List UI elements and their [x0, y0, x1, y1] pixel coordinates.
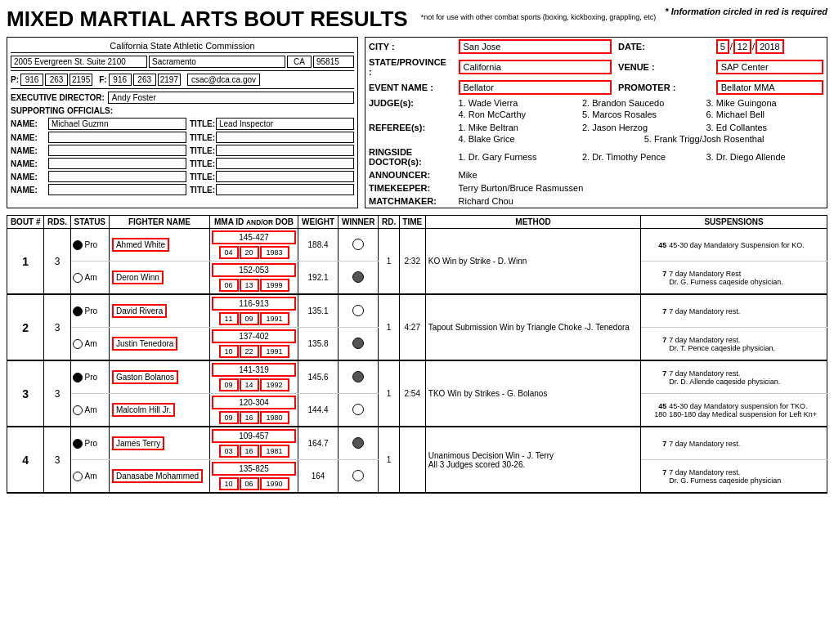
official-name-3 — [48, 158, 186, 169]
col-bout: BOUT # — [7, 216, 44, 229]
fighter-name-cell-2: Danasabe Mohammed — [109, 460, 209, 494]
suspension-bottom: 77 day Mandatory Rest Dr. G. Furness caq… — [641, 262, 827, 295]
dob-day-2: 13 — [240, 279, 259, 292]
mma-id: 109-457 — [212, 429, 296, 443]
status-cell-am: Am — [70, 328, 109, 361]
dob-month-2: 06 — [219, 279, 239, 292]
status-radio-pro — [73, 373, 83, 382]
winner-radio — [352, 239, 364, 250]
fax-prefix: 263 — [133, 74, 156, 86]
suspension-top: 4545-30 day Mandatory Suspension for KO. — [641, 229, 827, 262]
left-panel: California State Athletic Commission 200… — [7, 37, 358, 208]
status-cell-am: Am — [70, 262, 109, 295]
col-mmaid: MMA ID AND/OR DOB — [209, 216, 298, 229]
announcer-value: Mike — [459, 170, 478, 180]
dob-year: 1983 — [260, 246, 289, 259]
status-cell: Pro — [70, 294, 109, 328]
address-street: 2005 Evergreen St. Suite 2100 — [11, 56, 147, 68]
phone-number: 2195 — [70, 74, 92, 86]
email: csac@dca.ca.gov — [187, 74, 260, 86]
method-cell: Unanimous Decision Win - J. Terry All 3 … — [425, 427, 640, 493]
official-title-label: TITLE: — [190, 119, 213, 128]
official-title-label: TITLE: — [190, 172, 213, 181]
mmaid-cell: 145-427 04 20 1983 — [209, 229, 298, 262]
judge-name: 1. Wade Vierra — [459, 98, 576, 108]
date-day: 12 — [733, 39, 751, 54]
matchmaker-value: Richard Chou — [459, 196, 513, 206]
status-radio-pro — [73, 240, 83, 250]
rd-cell: 1 — [379, 360, 399, 427]
time-cell: 2:54 — [399, 360, 425, 427]
mmaid-cell: 109-457 03 16 1981 — [209, 427, 298, 460]
dob-day: 16 — [240, 445, 259, 458]
suspension-bottom: 77 day Mandatory rest. Dr. G. Furness ca… — [641, 460, 827, 494]
subtitle: *not for use with other combat sports (b… — [421, 13, 666, 21]
venue-label: VENUE : — [615, 56, 713, 78]
dob-month: 04 — [219, 246, 239, 259]
city-value: San Jose — [459, 39, 612, 54]
winner-radio-cell-2 — [338, 262, 378, 295]
official-row: NAME: TITLE: — [11, 132, 354, 143]
promoter-value: Bellator MMA — [716, 80, 823, 95]
page-title: MIXED MARTIAL ARTS BOUT RESULTS — [7, 7, 408, 32]
official-name-label: NAME: — [11, 186, 45, 195]
official-title-label: TITLE: — [190, 133, 213, 142]
suspension-bottom: 4545-30 day Mandatory suspension for TKO… — [641, 394, 827, 427]
fighter-name-cell: David Rivera — [109, 294, 209, 328]
mma-id-2: 152-053 — [212, 263, 296, 277]
address-state: CA — [287, 56, 312, 68]
dob-month-2: 10 — [219, 345, 239, 358]
official-name-label: NAME: — [11, 159, 45, 168]
fighter-name: James Terry — [112, 436, 164, 450]
mmaid-cell-2: 120-304 09 16 1980 — [209, 394, 298, 427]
event-value: Bellator — [459, 80, 612, 95]
winner-radio-2 — [352, 338, 364, 349]
official-name-1 — [48, 132, 186, 143]
winner-radio-cell — [338, 427, 378, 460]
official-name-0: Michael Guzmn — [48, 118, 186, 130]
method-cell: TKO Win by Strikes - G. Bolanos — [425, 360, 640, 427]
referee-name: 3. Ed Collantes — [706, 123, 824, 132]
official-title-3 — [216, 158, 354, 169]
phone-area: 916 — [20, 74, 43, 86]
fighter-name-2: Danasabe Mohammed — [112, 469, 203, 483]
fighter-name-2: Malcolm Hill Jr. — [112, 403, 175, 417]
fighter-name-cell: James Terry — [109, 427, 209, 460]
dob-day-2: 06 — [240, 477, 259, 490]
dob-month-2: 10 — [219, 477, 239, 490]
judge-name: 5. Marcos Rosales — [582, 110, 700, 119]
mma-id: 141-319 — [212, 363, 296, 377]
rd-cell: 1 — [379, 427, 399, 493]
bout-number: 2 — [7, 294, 44, 360]
mmaid-cell-2: 135-825 10 06 1990 — [209, 460, 298, 494]
weight-cell: 145.6 — [298, 360, 339, 394]
official-title-label: TITLE: — [190, 159, 213, 168]
fighter-name-2: Justin Tenedora — [112, 337, 177, 351]
matchmaker-label: MATCHMAKER: — [365, 195, 455, 208]
status-cell-am: Am — [70, 460, 109, 494]
official-title-5 — [216, 184, 354, 195]
referee-name: 2. Jason Herzog — [582, 123, 700, 132]
winner-radio-cell — [338, 294, 378, 328]
dob-year: 1991 — [260, 312, 289, 325]
dob-day: 14 — [240, 378, 259, 391]
fighter-name-2: Deron Winn — [112, 271, 164, 284]
referee-name: 1. Mike Beltran — [459, 123, 576, 132]
method-cell: KO Win by Strike - D. Winn — [425, 229, 640, 295]
col-status: STATUS — [70, 216, 109, 229]
city-label: CITY : — [365, 38, 455, 56]
time-cell: 4:27 — [399, 294, 425, 360]
commission-name: California State Athletic Commission — [11, 41, 354, 53]
col-time: TIME — [399, 216, 425, 229]
weight-cell: 135.1 — [298, 294, 339, 328]
rounds: 3 — [44, 229, 70, 295]
weight-cell-2: 135.8 — [298, 328, 339, 361]
status-radio-pro — [73, 306, 83, 316]
fighter-name-cell: Gaston Bolanos — [109, 360, 209, 394]
official-name-label: NAME: — [11, 133, 45, 142]
dob-month: 03 — [219, 445, 239, 458]
status-radio-am — [73, 339, 83, 349]
bout-number: 4 — [7, 427, 44, 493]
mmaid-cell: 141-319 09 14 1992 — [209, 360, 298, 394]
dob-day-2: 22 — [240, 345, 259, 358]
